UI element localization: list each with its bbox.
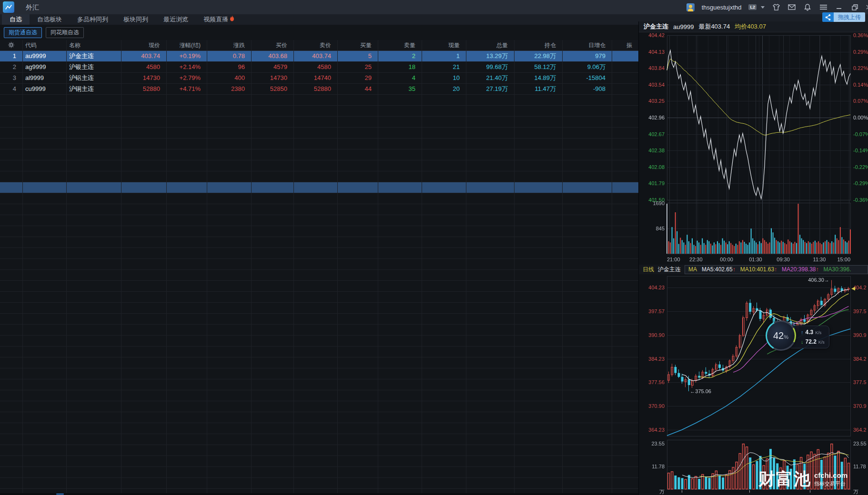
tab-自选板块[interactable]: 自选板块	[30, 14, 70, 25]
empty-row[interactable]	[0, 248, 639, 259]
column-header-日增仓[interactable]: 日增仓	[563, 40, 612, 50]
column-header-代码[interactable]: 代码	[23, 40, 67, 50]
column-header-持仓[interactable]: 持仓	[515, 40, 563, 50]
empty-cell	[167, 215, 207, 226]
username[interactable]: thsguestujxthd	[702, 4, 742, 11]
column-header-振[interactable]: 振	[612, 40, 639, 50]
empty-row[interactable]	[0, 303, 639, 314]
restore-window-button[interactable]	[850, 3, 859, 11]
tab-自选[interactable]: 自选	[2, 14, 30, 25]
table-row[interactable]: 3al9999沪铝主连14730+2.79%400147301474029410…	[0, 73, 639, 84]
empty-row[interactable]	[0, 336, 639, 346]
column-header-现量[interactable]: 现量	[422, 40, 466, 50]
close-window-button[interactable]	[866, 3, 868, 11]
empty-row[interactable]	[0, 193, 639, 204]
tab-多品种同列[interactable]: 多品种同列	[70, 14, 116, 25]
empty-cell	[23, 204, 67, 215]
skin-theme-icon[interactable]	[772, 3, 780, 11]
empty-row[interactable]	[0, 445, 639, 456]
empty-row[interactable]	[0, 259, 639, 270]
empty-row[interactable]	[0, 95, 639, 106]
empty-row[interactable]	[0, 117, 639, 128]
menu-list-icon[interactable]	[819, 3, 828, 11]
column-header-买量[interactable]: 买量	[338, 40, 378, 50]
table-row[interactable]: 4cu9999沪铜主连52880+4.71%238052850528804435…	[0, 84, 639, 95]
empty-row[interactable]	[0, 237, 639, 248]
empty-row[interactable]	[0, 467, 639, 478]
avatar[interactable]	[686, 3, 695, 11]
empty-row[interactable]	[0, 357, 639, 368]
table-row[interactable]: 2ag9999沪银主连4580+2.14%964579458025182199.…	[0, 62, 639, 73]
scrollbar-thumb[interactable]	[56, 494, 64, 495]
empty-row[interactable]	[0, 292, 639, 303]
empty-cell	[167, 128, 207, 138]
empty-row[interactable]	[0, 434, 639, 445]
title-bar: 自选期货期权外盘外汇股票环球资讯交易 thsguestujxthd L2	[0, 0, 868, 14]
table-row[interactable]: 1au9999沪金主连403.74+0.19%0.78403.68403.745…	[0, 51, 639, 62]
ma-legend[interactable]: MA MA5:402.65↑ MA10:401.63↑ MA20:398.38↑…	[685, 265, 868, 274]
empty-row[interactable]	[0, 325, 639, 336]
empty-row[interactable]	[0, 281, 639, 292]
empty-row[interactable]	[0, 368, 639, 379]
empty-cell	[207, 292, 252, 302]
empty-row[interactable]	[0, 204, 639, 215]
empty-row[interactable]	[0, 106, 639, 117]
account-chevron-down-icon[interactable]	[761, 6, 765, 9]
tab-最近浏览[interactable]: 最近浏览	[156, 14, 196, 25]
empty-cell	[466, 445, 515, 455]
empty-cell	[23, 325, 67, 335]
empty-row[interactable]	[0, 215, 639, 226]
column-header-买价[interactable]: 买价	[252, 40, 294, 50]
menu-item-外汇[interactable]: 外汇	[19, 0, 52, 14]
column-header-总量[interactable]: 总量	[466, 40, 515, 50]
empty-row[interactable]	[0, 412, 639, 423]
empty-row[interactable]	[0, 139, 639, 149]
empty-cell	[563, 215, 612, 226]
empty-row[interactable]	[0, 314, 639, 325]
empty-cell	[294, 292, 338, 302]
empty-row[interactable]	[0, 171, 639, 182]
subtab-期货通自选[interactable]: 期货通自选	[4, 27, 42, 38]
cell-extra	[612, 84, 639, 94]
tab-视频直播[interactable]: 视频直播	[196, 14, 242, 25]
quote-name[interactable]: 沪金主连	[644, 22, 668, 31]
minimize-button[interactable]	[835, 3, 843, 11]
empty-cell	[515, 456, 563, 466]
column-header-名称[interactable]: 名称	[67, 40, 121, 50]
empty-cell	[563, 117, 612, 127]
empty-row[interactable]	[0, 390, 639, 401]
empty-row[interactable]	[0, 226, 639, 237]
empty-row[interactable]	[0, 401, 639, 412]
column-header-涨幅(结)[interactable]: 涨幅(结)	[167, 40, 207, 50]
empty-cell	[612, 390, 639, 401]
empty-cell	[612, 106, 639, 116]
empty-row[interactable]	[0, 160, 639, 171]
column-header-现价[interactable]: 现价	[121, 40, 167, 50]
empty-row[interactable]	[0, 149, 639, 160]
empty-cell	[294, 445, 338, 455]
empty-row[interactable]	[0, 270, 639, 281]
empty-row[interactable]	[0, 478, 639, 489]
drag-upload-button[interactable]: 拖拽上传	[822, 12, 865, 22]
column-header-卖价[interactable]: 卖价	[294, 40, 338, 50]
bell-icon[interactable]	[803, 3, 812, 11]
daily-chart[interactable]	[639, 274, 868, 495]
column-header-卖量[interactable]: 卖量	[378, 40, 422, 50]
empty-cell	[515, 357, 563, 368]
empty-row[interactable]	[0, 128, 639, 139]
intraday-chart[interactable]	[639, 32, 868, 265]
subtab-同花顺自选[interactable]: 同花顺自选	[46, 27, 84, 38]
empty-row[interactable]	[0, 182, 639, 193]
app-logo-icon[interactable]	[3, 1, 14, 13]
empty-cell	[0, 346, 23, 357]
empty-row[interactable]	[0, 423, 639, 434]
column-header-涨跌[interactable]: 涨跌	[207, 40, 252, 50]
empty-row[interactable]	[0, 379, 639, 390]
horizontal-scrollbar[interactable]	[0, 493, 639, 495]
empty-row[interactable]	[0, 346, 639, 357]
table-settings-gear-icon[interactable]	[0, 40, 23, 50]
empty-row[interactable]	[0, 456, 639, 467]
period-label[interactable]: 日线	[643, 266, 654, 274]
mail-icon[interactable]	[787, 3, 796, 11]
tab-板块同列[interactable]: 板块同列	[116, 14, 156, 25]
